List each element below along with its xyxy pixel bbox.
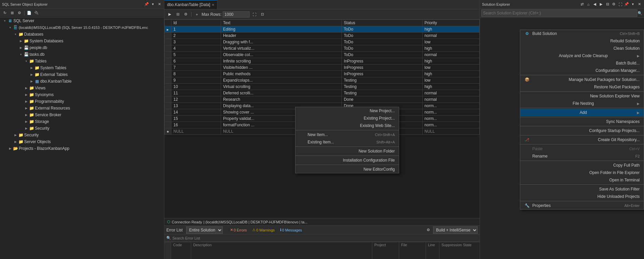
tree-item-security-top[interactable]: ▶ 📁 Security <box>0 132 164 138</box>
expand-icon[interactable]: ▶ <box>13 139 18 144</box>
manage-nuget-item[interactable]: 📦 Manage NuGet Packages for Solution... <box>520 76 644 83</box>
build-mode-select[interactable]: Build + IntelliSense <box>433 226 478 234</box>
table-row[interactable]: 4Vertical virtualiz...ToDohigh <box>165 45 480 52</box>
col-status[interactable]: Status <box>342 20 422 26</box>
clean-solution-item[interactable]: Clean Solution <box>520 45 644 52</box>
paste-item[interactable]: Paste Ctrl+V <box>520 145 644 153</box>
expand-icon[interactable]: ▶ <box>23 119 29 124</box>
shrink-button[interactable]: ⊡ <box>259 11 266 18</box>
rebuild-solution-item[interactable]: Rebuild Solution <box>520 37 644 45</box>
expand-icon[interactable]: ▾ <box>23 58 29 64</box>
table-row[interactable]: 9Expand/colaps...Testinglow <box>165 77 480 84</box>
col-desc-header[interactable]: Description <box>191 242 372 259</box>
col-priority[interactable]: Priority <box>422 20 479 26</box>
search-right-icon[interactable]: 🔍 <box>637 10 643 16</box>
filter-right-icon[interactable]: ⊟ <box>605 2 610 7</box>
existing-project-item[interactable]: Existing Project... <box>296 115 399 122</box>
hide-unloaded-item[interactable]: Hide Unloaded Projects <box>520 193 644 200</box>
table-row[interactable]: 1EditingToDohigh <box>165 26 480 33</box>
tree-item-localdb[interactable]: ▾ 🗄 (localdb)\MSSQLLocalDB (SQL Server 1… <box>0 24 164 31</box>
expand-icon[interactable]: ▾ <box>18 52 23 57</box>
col-file-header[interactable]: File <box>399 242 426 259</box>
refresh-button[interactable]: ↻ <box>1 10 8 16</box>
settings-right-icon[interactable]: ⚙ <box>611 2 616 7</box>
error-settings-icon[interactable]: ⚙ <box>425 227 432 233</box>
tree-item-views[interactable]: ▶ 📁 Views <box>0 85 164 91</box>
existing-item-item[interactable]: Existing Item... Shift+Alt+A <box>296 138 399 146</box>
add-item[interactable]: Add ▶ <box>520 109 644 116</box>
expand-icon[interactable]: ▶ <box>29 79 34 84</box>
expand-icon[interactable]: ▶ <box>18 45 23 50</box>
tree-item-kanban-table[interactable]: ▶ ▦ dbo.KanbanTable <box>0 78 164 85</box>
col-project-header[interactable]: Project <box>372 242 399 259</box>
expand-icon[interactable]: ▶ <box>7 146 13 151</box>
configure-startup-item[interactable]: Configure Startup Projects... <box>520 127 644 134</box>
tree-item-databases[interactable]: ▾ 📁 Databases <box>0 31 164 38</box>
rename-item[interactable]: Rename F2 <box>520 153 644 160</box>
new-item-item[interactable]: New Item... Ctrl+Shift+A <box>296 131 399 138</box>
new-project-item[interactable]: New Project... <box>296 107 399 115</box>
data-tab[interactable]: dbo.KanbanTable [Data] ✕ <box>164 0 217 9</box>
close-icon[interactable]: ✕ <box>157 2 162 7</box>
tree-item-storage[interactable]: ▶ 📁 Storage <box>0 118 164 125</box>
build-mode-dropdown[interactable]: Build + IntelliSense <box>433 226 478 234</box>
expand-icon[interactable]: ▶ <box>29 65 34 71</box>
open-terminal-item[interactable]: Open in Terminal <box>520 176 644 184</box>
analyze-item[interactable]: Analyze and Code Cleanup ▶ <box>520 52 644 59</box>
tree-item-system-tables[interactable]: ▶ 📁 System Tables <box>0 64 164 71</box>
tree-item-projects[interactable]: ▶ 📂 Projects - BlazorKanbanApp <box>0 145 164 152</box>
expand-right-icon[interactable]: ⛶ <box>618 2 623 7</box>
copy-full-path-item[interactable]: Copy Full Path <box>520 162 644 169</box>
col-line-header[interactable]: Line <box>426 242 439 259</box>
batch-build-item[interactable]: Batch Build... <box>520 59 644 67</box>
file-nesting-item[interactable]: File Nesting ▶ <box>520 100 644 107</box>
new-row-button[interactable]: + <box>194 11 200 18</box>
new-editorconfig-item[interactable]: New EditorConfig <box>296 166 399 173</box>
expand-icon[interactable]: ▶ <box>23 92 29 97</box>
arrow-icon[interactable]: ◀ <box>592 2 597 7</box>
solution-scope-select[interactable]: Entire Solution <box>186 226 223 234</box>
settings-button[interactable]: ⚙ <box>16 10 23 16</box>
tree-item-system-db[interactable]: ▶ 📁 System Databases <box>0 38 164 44</box>
expand-icon[interactable]: ▶ <box>13 132 18 138</box>
col-suppression-header[interactable]: Suppression State <box>439 242 480 259</box>
arrow-down-icon[interactable]: ▾ <box>150 2 156 7</box>
expand-icon[interactable]: ▶ <box>23 126 29 131</box>
expand-icon[interactable]: ▶ <box>23 112 29 118</box>
table-row[interactable]: 11Deferred scrolli...Testingnormal <box>165 90 480 96</box>
messages-badge[interactable]: ℹ 0 Messages <box>278 227 304 232</box>
tree-item-external-resources[interactable]: ▶ 📁 External Resources <box>0 105 164 112</box>
col-code-header[interactable]: Code <box>171 242 191 259</box>
tree-item-security-db[interactable]: ▶ 📁 Security <box>0 125 164 132</box>
config-manager-item[interactable]: Configuration Manager... <box>520 67 644 74</box>
new-query-button[interactable]: 📄 <box>26 10 33 16</box>
errors-badge[interactable]: ✕ 0 Errors <box>228 227 249 232</box>
home-icon[interactable]: ⌂ <box>586 2 591 7</box>
table-row[interactable]: 2HeaderToDonormal <box>165 33 480 39</box>
expand-button[interactable]: ⛶ <box>251 11 258 18</box>
expand-icon[interactable]: ▶ <box>23 85 29 91</box>
installation-config-item[interactable]: Installation Configuration File <box>296 157 399 164</box>
tree-item-external-tables[interactable]: ▶ 📁 External Tables <box>0 71 164 78</box>
expand-icon[interactable]: ▶ <box>23 99 29 104</box>
tree-item-sql-server[interactable]: ▾ 🖥 SQL Server <box>0 17 164 24</box>
warnings-badge[interactable]: ⚠ 0 Warnings <box>250 227 277 232</box>
properties-item[interactable]: 🔧 Properties Alt+Enter <box>520 202 644 209</box>
expand-icon[interactable]: ▾ <box>13 32 18 37</box>
table-row[interactable]: 10Virtual scrollingTestinghigh <box>165 84 480 90</box>
tree-item-tables[interactable]: ▾ 📁 Tables <box>0 58 164 64</box>
settings-grid-button[interactable]: ⚙ <box>182 11 189 18</box>
new-solution-folder-item[interactable]: New Solution Folder <box>296 147 399 155</box>
table-row[interactable]: 5Observable col...ToDonormal <box>165 52 480 58</box>
filter-button[interactable]: ⊞ <box>9 10 15 16</box>
pin-right-icon[interactable]: 📌 <box>624 2 629 7</box>
run-button[interactable]: ▶ <box>166 11 173 18</box>
restore-nuget-item[interactable]: Restore NuGet Packages <box>520 83 644 91</box>
close-right-icon[interactable]: ✕ <box>637 2 642 7</box>
table-row[interactable]: 8Public methodsInProgresshigh <box>165 71 480 77</box>
create-git-item[interactable]: ⎇ Create Git Repository... <box>520 136 644 143</box>
tree-item-server-objects[interactable]: ▶ 📁 Server Objects <box>0 138 164 145</box>
pin-icon[interactable]: 📌 <box>144 2 149 7</box>
expand-icon[interactable]: ▾ <box>7 25 13 30</box>
max-rows-input[interactable] <box>223 11 250 17</box>
